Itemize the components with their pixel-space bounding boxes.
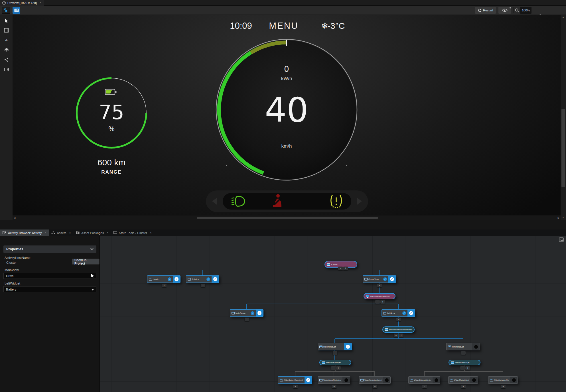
graph-node-widget-music-minimized[interactable]: WidgetMusicMinimized [448, 376, 478, 384]
monitor-icon [451, 361, 454, 364]
visibility-button[interactable] [498, 7, 511, 14]
cluster-clock: 10:09 [230, 21, 252, 31]
scroll-down-arrow[interactable]: ▼ [562, 216, 564, 219]
graph-node-telltales[interactable]: Telltales✓ ✓ [186, 275, 219, 283]
asset-packages-icon [76, 231, 80, 234]
scroll-left-arrow[interactable]: ◀ [14, 217, 15, 219]
graph-node-widget-navigation-maximized[interactable]: WidgetNavigationMaximized [359, 376, 391, 384]
collapse-button[interactable]: − [422, 385, 427, 388]
checked-icon: ✓ [168, 277, 171, 281]
click-through-button[interactable] [2, 7, 10, 14]
left-widget-dropdown[interactable]: Battery [3, 286, 96, 292]
collapse-button[interactable]: − [377, 284, 382, 287]
graph-node-minimized-left[interactable]: MinimizedLeft [446, 343, 480, 350]
graph-node-left-area[interactable]: LeftArea✓ ✓ [382, 309, 415, 317]
properties-header[interactable]: Properties [3, 245, 96, 253]
node-inactive-toggle[interactable] [510, 377, 518, 383]
collapse-button[interactable]: − [460, 366, 465, 370]
node-inactive-toggle[interactable] [383, 377, 390, 383]
expand-button[interactable]: + [373, 385, 377, 388]
preview-toolbar: Restart 100% [0, 6, 566, 15]
collapse-button[interactable]: − [375, 300, 380, 304]
expand-button[interactable]: + [336, 366, 341, 370]
preview-tab[interactable]: Preview [1920 x 720] × [0, 0, 44, 6]
expand-button[interactable]: + [399, 334, 403, 337]
collapse-button[interactable]: − [461, 351, 466, 355]
expand-button[interactable]: + [501, 385, 506, 388]
close-icon[interactable]: × [40, 1, 41, 4]
close-icon[interactable]: × [69, 231, 71, 234]
main-view-value: Drive [6, 274, 14, 278]
graph-node-widget-music-maximized[interactable]: WidgetMusicMaximized [318, 376, 350, 384]
expand-button[interactable]: + [465, 366, 470, 370]
restart-button[interactable]: Restart [475, 7, 496, 14]
horizontal-scroll-thumb[interactable] [197, 217, 378, 219]
telltale-prev-arrow[interactable] [212, 198, 217, 205]
node-active-toggle[interactable]: ✓ [305, 377, 312, 383]
cluster-preview-viewport[interactable]: 10:09 MENU ❄ -3°C 75 % 600 km RANGE [13, 15, 561, 215]
collapse-button[interactable]: − [396, 318, 401, 321]
layers-tool-icon[interactable] [4, 48, 9, 52]
collapse-button[interactable]: − [394, 334, 398, 337]
select-tool-icon[interactable] [4, 19, 9, 23]
cluster-menu-button[interactable]: MENU [269, 21, 298, 31]
graph-node-widget-battery-minimized[interactable]: WidgetBatteryMinimized [408, 376, 440, 384]
camera-tool-icon[interactable] [4, 67, 9, 72]
expand-button[interactable]: + [343, 267, 348, 270]
collapse-button[interactable]: − [333, 351, 337, 355]
graph-node-maximized-left[interactable]: MaximizedLeft ✓ [318, 343, 352, 350]
preview-vertical-scrollbar[interactable]: ▲ ▼ [561, 15, 566, 220]
graph-node-header[interactable]: Header✓ ✓ [147, 275, 180, 283]
vertical-scroll-thumb[interactable] [561, 109, 565, 187]
assets-icon [51, 231, 55, 234]
node-tree-tool-icon[interactable] [4, 57, 9, 62]
graph-node-main-gauge[interactable]: MainGauge✓ ✓ [230, 309, 263, 317]
main-view-dropdown[interactable]: Drive [3, 273, 96, 279]
scroll-right-arrow[interactable]: ▶ [558, 217, 559, 219]
close-icon[interactable]: × [45, 231, 46, 234]
expand-button[interactable]: + [380, 300, 385, 304]
node-active-toggle[interactable]: ✓ [344, 343, 352, 350]
graph-node-widget-navigation-minimized[interactable]: WidgetNavigationMinimized [488, 376, 518, 384]
node-inactive-toggle[interactable] [470, 377, 478, 383]
expand-button[interactable]: + [201, 284, 205, 287]
graph-node-gauge-view[interactable]: GaugeView✓ ✓ [363, 275, 396, 283]
node-graph-canvas[interactable]: Cluster GaugeViewActivityHost MaximizedM… [100, 236, 566, 392]
collapse-button[interactable]: − [338, 267, 343, 270]
collapse-button[interactable]: − [331, 366, 336, 370]
node-active-toggle[interactable]: ✓ [173, 276, 180, 283]
close-icon[interactable]: × [150, 231, 152, 234]
node-active-toggle[interactable]: ✓ [407, 310, 415, 316]
preview-horizontal-scrollbar[interactable]: ◀ ▶ [13, 216, 561, 220]
tab-activity-browser[interactable]: Activity Browser: Activity × [0, 229, 49, 236]
graph-node-gauge-view-activity-host[interactable]: GaugeViewActivityHost [364, 293, 395, 299]
show-in-project-button[interactable]: Show In Project [72, 259, 100, 265]
virtual-keyboard-button[interactable] [13, 7, 20, 14]
expand-button[interactable]: + [332, 385, 336, 388]
tab-state-tools[interactable]: State Tools - Cluster × [111, 229, 154, 236]
node-inactive-toggle[interactable] [472, 343, 480, 350]
node-inactive-toggle[interactable] [433, 377, 440, 383]
node-inactive-toggle[interactable] [342, 377, 350, 383]
tab-assets[interactable]: Assets × [49, 229, 73, 236]
graph-node-maximized-minimized-switcher[interactable]: MaximizedMinimizedSwitcher [382, 326, 415, 333]
tab-asset-packages[interactable]: Asset Packages × [73, 229, 111, 236]
expand-button[interactable]: + [293, 385, 298, 388]
node-active-toggle[interactable]: ✓ [388, 276, 396, 283]
cluster-temperature: -3°C [328, 21, 345, 31]
expand-button[interactable]: + [245, 318, 249, 321]
graph-node-minimized-widget[interactable]: MinimizedWidget [449, 360, 480, 365]
node-active-toggle[interactable]: ✓ [256, 310, 263, 316]
play-icon [2, 1, 6, 5]
zoom-level-field[interactable]: 100% [520, 7, 531, 14]
graph-node-widget-battery-maximized[interactable]: WidgetBatteryMaximized ✓ [278, 376, 312, 384]
scroll-up-arrow[interactable]: ▲ [562, 16, 564, 19]
text-tool-icon[interactable]: A [4, 38, 9, 42]
expand-button[interactable]: + [461, 385, 466, 388]
telltale-next-arrow[interactable] [357, 198, 362, 205]
node-active-toggle[interactable]: ✓ [212, 276, 219, 283]
grid-tool-icon[interactable] [4, 28, 9, 33]
expand-button[interactable]: + [162, 284, 167, 287]
graph-node-maximized-widget[interactable]: MaximizedWidget [319, 360, 351, 365]
close-icon[interactable]: × [107, 231, 108, 234]
